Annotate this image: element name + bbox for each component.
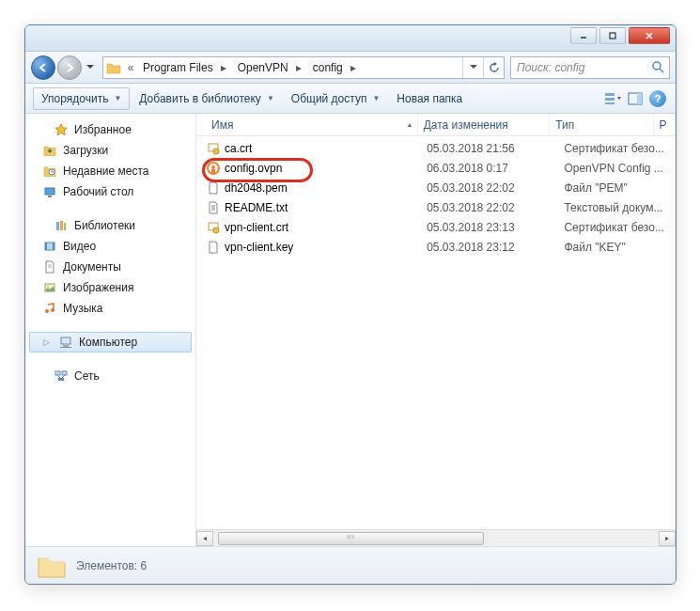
svg-point-37: [211, 165, 215, 169]
downloads-icon: [42, 143, 57, 158]
sidebar-pictures[interactable]: Изображения: [25, 277, 195, 298]
svg-rect-27: [63, 345, 69, 347]
svg-rect-15: [60, 221, 63, 230]
column-date[interactable]: Дата изменения: [418, 114, 551, 135]
videos-icon: [42, 239, 57, 254]
chevron-right-icon[interactable]: «: [124, 61, 137, 74]
folder-icon: [37, 553, 67, 579]
add-to-library-button[interactable]: Добавить в библиотеку▼: [132, 87, 281, 110]
scroll-left-button[interactable]: ◂: [196, 531, 213, 546]
file-row[interactable]: vpn-client.key 05.03.2018 23:12 Файл "KE…: [206, 237, 676, 257]
scroll-right-button[interactable]: ▸: [659, 531, 676, 546]
svg-rect-10: [637, 93, 642, 104]
svg-rect-8: [605, 102, 614, 104]
file-icon: [206, 240, 221, 255]
organize-button[interactable]: Упорядочить▼: [33, 87, 130, 110]
cert-icon: [206, 220, 221, 235]
sidebar-favorites[interactable]: Избранное: [25, 119, 195, 140]
search-placeholder: Поиск: config: [517, 61, 584, 74]
view-button[interactable]: [602, 88, 623, 109]
computer-icon: [58, 335, 73, 350]
search-icon: [650, 61, 665, 73]
sidebar-computer[interactable]: ▷Компьютер: [29, 332, 192, 352]
sidebar-downloads[interactable]: Загрузки: [25, 140, 195, 161]
sidebar-documents[interactable]: Документы: [25, 257, 195, 277]
search-input[interactable]: Поиск: config: [510, 56, 670, 79]
music-icon: [42, 301, 57, 316]
window-controls: [570, 27, 670, 44]
svg-rect-14: [56, 222, 59, 230]
chevron-right-icon[interactable]: ▸: [292, 61, 305, 74]
svg-line-5: [660, 69, 663, 72]
close-button[interactable]: [629, 27, 670, 44]
file-row[interactable]: config.ovpn 06.03.2018 0:17 OpenVPN Conf…: [206, 158, 676, 178]
file-list: ca.crt 05.03.2018 21:56 Сертификат безо.…: [196, 136, 676, 529]
titlebar: [25, 25, 676, 52]
chevron-right-icon[interactable]: ▸: [347, 61, 360, 74]
column-size[interactable]: Р: [654, 114, 676, 135]
navigation-pane: Избранное Загрузки Недавние места Рабочи…: [25, 114, 196, 546]
text-icon: [206, 200, 221, 215]
maximize-button[interactable]: [599, 27, 626, 44]
breadcrumb-item[interactable]: config▸: [307, 57, 362, 78]
svg-point-25: [51, 308, 54, 312]
sidebar-recent[interactable]: Недавние места: [25, 161, 195, 181]
recent-icon: [42, 164, 57, 179]
svg-rect-1: [610, 33, 615, 39]
sidebar-libraries[interactable]: Библиотеки: [25, 215, 195, 236]
libraries-icon: [54, 218, 69, 233]
star-icon: [54, 122, 69, 137]
preview-pane-button[interactable]: [625, 88, 646, 109]
breadcrumb-label: Program Files: [139, 61, 217, 74]
scroll-track[interactable]: ııı: [213, 532, 659, 545]
forward-button[interactable]: [57, 55, 82, 80]
breadcrumb-item[interactable]: OpenVPN▸: [232, 57, 307, 78]
status-bar: Элементов: 6: [25, 546, 676, 584]
folder-icon: [103, 61, 124, 74]
sidebar-music[interactable]: Музыка: [25, 298, 195, 319]
nav-bar: « Program Files▸ OpenVPN▸ config▸ Поиск:…: [25, 52, 676, 84]
svg-rect-12: [45, 188, 54, 195]
explorer-window: « Program Files▸ OpenVPN▸ config▸ Поиск:…: [24, 24, 677, 585]
sort-asc-icon: ▴: [408, 120, 412, 129]
svg-point-23: [47, 286, 49, 288]
chevron-right-icon[interactable]: ▸: [217, 61, 230, 74]
file-row[interactable]: README.txt 05.03.2018 22:02 Текстовый до…: [206, 197, 676, 217]
dropdown-button[interactable]: [462, 57, 483, 78]
sidebar-network[interactable]: Сеть: [25, 366, 195, 386]
svg-point-35: [213, 149, 219, 154]
column-headers: Имя▴ Дата изменения Тип Р: [196, 114, 676, 136]
svg-rect-28: [60, 347, 71, 348]
file-row[interactable]: vpn-client.crt 05.03.2018 23:13 Сертифик…: [206, 217, 676, 237]
svg-rect-13: [48, 196, 52, 197]
history-dropdown[interactable]: [84, 57, 97, 78]
minimize-button[interactable]: [570, 27, 597, 44]
column-type[interactable]: Тип: [550, 114, 653, 135]
file-row[interactable]: dh2048.pem 05.03.2018 22:02 Файл "PEM": [206, 178, 676, 197]
file-row[interactable]: ca.crt 05.03.2018 21:56 Сертификат безо.…: [206, 138, 676, 158]
column-name[interactable]: Имя▴: [206, 114, 418, 135]
svg-rect-30: [62, 371, 67, 375]
scroll-thumb[interactable]: ııı: [218, 532, 484, 545]
back-button[interactable]: [31, 55, 55, 80]
desktop-icon: [42, 184, 57, 199]
breadcrumb-label: OpenVPN: [234, 61, 292, 74]
file-pane: Имя▴ Дата изменения Тип Р ca.crt 05.03.2…: [196, 114, 676, 546]
svg-rect-19: [53, 243, 54, 250]
sidebar-videos[interactable]: Видео: [25, 236, 195, 257]
breadcrumb-label: config: [309, 61, 347, 74]
address-bar[interactable]: « Program Files▸ OpenVPN▸ config▸: [102, 56, 505, 79]
share-button[interactable]: Общий доступ▼: [284, 87, 388, 110]
explorer-body: Избранное Загрузки Недавние места Рабочи…: [25, 114, 676, 546]
svg-point-42: [213, 227, 219, 233]
sidebar-desktop[interactable]: Рабочий стол: [25, 181, 195, 202]
horizontal-scrollbar[interactable]: ◂ ııı ▸: [196, 529, 676, 546]
svg-rect-29: [55, 371, 60, 375]
new-folder-button[interactable]: Новая папка: [389, 87, 470, 110]
pictures-icon: [42, 280, 57, 295]
help-button[interactable]: ?: [647, 88, 668, 109]
svg-rect-7: [605, 98, 614, 101]
refresh-button[interactable]: [483, 57, 504, 78]
cert-icon: [206, 141, 221, 156]
breadcrumb-item[interactable]: Program Files▸: [137, 57, 232, 78]
